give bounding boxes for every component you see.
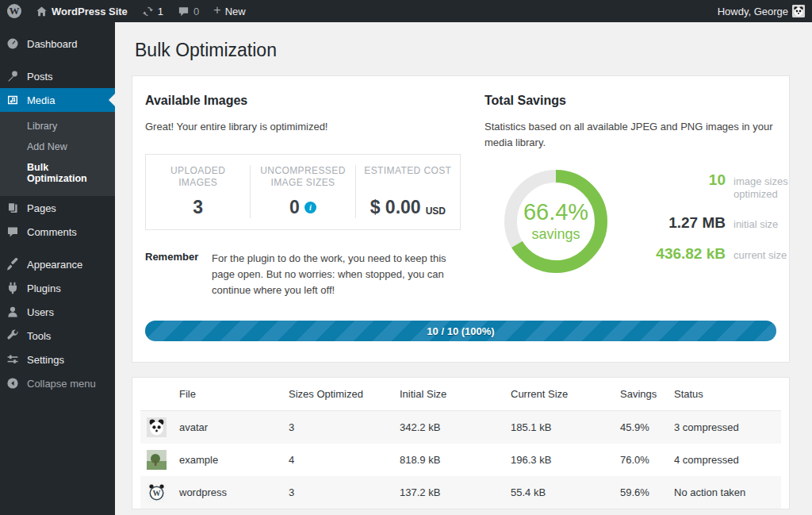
submenu-item-bulk-optimization[interactable]: Bulk Optimization xyxy=(0,157,115,189)
savings-word: savings xyxy=(531,226,580,243)
sidebar-item-plugins[interactable]: Plugins xyxy=(0,276,115,300)
thumbnail-example xyxy=(147,450,167,470)
sidebar-item-settings[interactable]: Settings xyxy=(0,348,115,371)
collapse-menu-button[interactable]: Collapse menu xyxy=(0,371,115,395)
file-name: wordpress xyxy=(173,476,282,509)
remember-label: Remember xyxy=(145,251,212,298)
new-label: New xyxy=(225,6,246,17)
stat-label: initial size xyxy=(733,218,812,231)
remember-note: Remember For the plugin to do the work, … xyxy=(145,251,461,298)
sidebar-item-label: Dashboard xyxy=(27,38,78,50)
status: No action taken xyxy=(668,476,781,509)
sizes-optimized: 4 xyxy=(282,444,393,476)
stat-label: ESTIMATED COST xyxy=(361,165,455,190)
sidebar-item-label: Users xyxy=(27,306,54,318)
sidebar-item-label: Media xyxy=(27,94,55,106)
updates-icon xyxy=(142,6,154,17)
sliders-icon xyxy=(6,353,20,366)
sidebar-item-dashboard[interactable]: Dashboard xyxy=(0,32,115,56)
sidebar-item-users[interactable]: Users xyxy=(0,300,115,324)
status: 3 compressed xyxy=(668,411,781,444)
current-size: 55.4 kB xyxy=(504,476,614,509)
savings-percent: 66.4% xyxy=(523,201,588,224)
comments-menu[interactable]: 0 xyxy=(170,0,206,22)
avatar xyxy=(792,5,805,17)
savings-stats: 10 image sizes optimized 1.27 MB initial… xyxy=(649,171,812,277)
stat-number: 0 xyxy=(289,197,300,218)
sidebar-item-label: Collapse menu xyxy=(27,378,96,390)
table-row: W wordpress 3 137.2 kB 55.4 kB 59.6% No … xyxy=(140,476,781,509)
current-size: 196.3 kB xyxy=(504,444,614,476)
total-savings-description: Statistics based on all available JPEG a… xyxy=(485,119,790,150)
results-card: File Sizes Optimized Initial Size Curren… xyxy=(132,377,790,509)
initial-size: 818.9 kB xyxy=(393,444,504,476)
sidebar-item-comments[interactable]: Comments xyxy=(0,220,115,244)
table-header-row: File Sizes Optimized Initial Size Curren… xyxy=(140,378,781,411)
sidebar-item-label: Plugins xyxy=(27,282,61,294)
dashboard-icon xyxy=(6,37,20,50)
stat-sizes-optimized: 10 image sizes optimized xyxy=(649,171,812,202)
savings: 76.0% xyxy=(614,444,668,476)
stat-value: 3 xyxy=(151,197,245,218)
comment-bubble-icon xyxy=(178,6,190,17)
sidebar-item-label: Pages xyxy=(27,202,56,214)
stat-label: UNCOMPRESSED IMAGE SIZES xyxy=(255,165,350,190)
wp-logo-menu[interactable]: W xyxy=(0,0,29,22)
my-account-menu[interactable]: Howdy, George xyxy=(710,0,812,22)
main-content: Bulk Optimization Available Images Great… xyxy=(115,22,812,515)
available-images-title: Available Images xyxy=(145,94,461,108)
page-title: Bulk Optimization xyxy=(135,40,790,61)
header-file: File xyxy=(173,378,282,411)
sidebar-item-appearance[interactable]: Appearance xyxy=(0,252,115,276)
optimization-card: Available Images Great! Your entire libr… xyxy=(132,75,790,363)
info-icon[interactable]: i xyxy=(304,202,316,213)
stat-uploaded-images: UPLOADED IMAGES 3 xyxy=(146,165,250,218)
updates-menu[interactable]: 1 xyxy=(135,0,170,22)
submenu-item-library[interactable]: Library xyxy=(0,116,115,136)
stat-label: current size xyxy=(733,249,812,262)
table-row: example 4 818.9 kB 196.3 kB 76.0% 4 comp… xyxy=(140,444,781,476)
header-current-size: Current Size xyxy=(504,378,614,411)
pages-icon xyxy=(6,202,20,214)
submenu-item-add-new[interactable]: Add New xyxy=(0,136,115,157)
stat-uncompressed-sizes: UNCOMPRESSED IMAGE SIZES 0 i xyxy=(250,165,354,218)
new-content-menu[interactable]: + New xyxy=(206,0,252,22)
sidebar-item-media[interactable]: Media xyxy=(0,88,115,112)
paintbrush-icon xyxy=(6,258,20,271)
sizes-optimized: 3 xyxy=(282,476,393,509)
available-images-panel: Available Images Great! Your entire libr… xyxy=(145,90,461,298)
admin-bar: W WordPress Site 1 0 + New Howdy, George xyxy=(0,0,812,22)
status: 4 compressed xyxy=(668,444,781,476)
collapse-arrow-icon xyxy=(6,377,20,390)
stat-current-size: 436.82 kB current size xyxy=(649,245,812,263)
table-row: avatar 3 342.2 kB 185.1 kB 45.9% 3 compr… xyxy=(140,411,781,444)
site-name-label: WordPress Site xyxy=(52,6,128,17)
donut-center-label: 66.4% savings xyxy=(497,163,615,280)
file-name: example xyxy=(173,444,282,476)
user-icon xyxy=(6,306,20,318)
sidebar-item-tools[interactable]: Tools xyxy=(0,324,115,348)
wrench-icon xyxy=(6,329,20,342)
stat-value: $ 0.00 USD xyxy=(361,197,455,218)
remember-text: For the plugin to do the work, you need … xyxy=(212,251,461,298)
library-status-message: Great! Your entire library is optimimize… xyxy=(145,119,461,135)
site-name-link[interactable]: WordPress Site xyxy=(29,0,135,22)
header-status: Status xyxy=(668,378,781,411)
sidebar-item-posts[interactable]: Posts xyxy=(0,64,115,88)
stat-initial-size: 1.27 MB initial size xyxy=(649,214,812,232)
stat-value: 0 i xyxy=(255,197,350,218)
sidebar-item-label: Appearance xyxy=(27,259,82,271)
sidebar-item-label: Tools xyxy=(27,330,51,342)
sidebar-item-label: Settings xyxy=(27,354,64,366)
file-name: avatar xyxy=(173,411,282,444)
sidebar-item-pages[interactable]: Pages xyxy=(0,196,115,220)
sizes-optimized: 3 xyxy=(282,411,393,444)
current-size: 185.1 kB xyxy=(504,411,614,444)
stat-label: image sizes optimized xyxy=(733,175,812,202)
comment-count: 0 xyxy=(193,6,199,17)
admin-sidebar: Dashboard Posts Media Library Add New Bu… xyxy=(0,22,115,515)
stat-estimated-cost: ESTIMATED COST $ 0.00 USD xyxy=(355,165,460,218)
sidebar-item-label: Comments xyxy=(27,226,77,238)
bulk-progress-bar: 10 / 10 (100%) xyxy=(145,321,776,341)
plug-icon xyxy=(6,282,20,294)
